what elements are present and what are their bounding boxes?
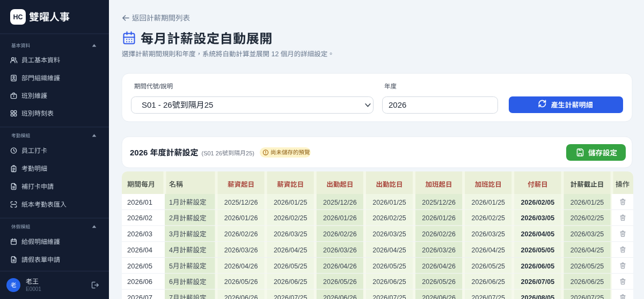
svg-text:2026/03: 2026/03 — [127, 230, 152, 238]
svg-text:2026/04/25: 2026/04/25 — [372, 246, 406, 254]
svg-text:4: 4 — [169, 246, 173, 254]
svg-text:2026/05/25: 2026/05/25 — [274, 263, 308, 270]
svg-text:2026/06/25: 2026/06/25 — [472, 278, 506, 286]
svg-text:2026/03/26: 2026/03/26 — [422, 246, 456, 254]
svg-text:2026/08/05: 2026/08/05 — [521, 294, 555, 299]
svg-text:2026/02/05: 2026/02/05 — [521, 199, 555, 206]
svg-text:2026/03/25: 2026/03/25 — [472, 230, 506, 238]
svg-text:2026/03/25: 2026/03/25 — [274, 230, 308, 238]
svg-text:2026/02/25: 2026/02/25 — [372, 214, 406, 222]
svg-text:2026/05/05: 2026/05/05 — [521, 246, 555, 254]
svg-text:2026/04: 2026/04 — [127, 246, 152, 254]
svg-text:2026/06/25: 2026/06/25 — [570, 278, 604, 286]
svg-text:2026/04/26: 2026/04/26 — [422, 263, 456, 270]
svg-text:2026/02/25: 2026/02/25 — [570, 214, 604, 222]
svg-text:2026/06/26: 2026/06/26 — [323, 294, 357, 299]
svg-text:6: 6 — [169, 278, 173, 286]
svg-text:2026/03/25: 2026/03/25 — [570, 230, 604, 238]
svg-text:2026: 2026 — [389, 100, 406, 109]
svg-text:2026/05/25: 2026/05/25 — [570, 263, 604, 270]
svg-text:2026/01/25: 2026/01/25 — [372, 199, 406, 206]
svg-text:2026/01/26: 2026/01/26 — [224, 214, 258, 222]
svg-text:2026/07: 2026/07 — [127, 294, 152, 299]
svg-text:2026/01: 2026/01 — [127, 198, 152, 206]
svg-text:1: 1 — [169, 199, 173, 206]
svg-text:2026/05: 2026/05 — [127, 262, 152, 270]
svg-text:2026/02/25: 2026/02/25 — [472, 214, 506, 222]
svg-text:2026/01/25: 2026/01/25 — [274, 199, 308, 206]
svg-text:2026/01/25: 2026/01/25 — [570, 199, 604, 206]
svg-text:2026/03/26: 2026/03/26 — [224, 246, 258, 254]
svg-text:E0001: E0001 — [26, 286, 41, 292]
svg-text:2026/04/05: 2026/04/05 — [521, 230, 555, 238]
svg-text:2026/05/26: 2026/05/26 — [422, 278, 456, 286]
svg-text:2026/06/25: 2026/06/25 — [274, 278, 308, 286]
svg-text:2026/03/25: 2026/03/25 — [372, 230, 406, 238]
svg-text:2026/07/05: 2026/07/05 — [521, 278, 555, 286]
svg-text:2026/04/26: 2026/04/26 — [224, 263, 258, 270]
svg-text:2026/03/05: 2026/03/05 — [521, 214, 555, 222]
svg-text:25): 25) — [246, 150, 254, 156]
svg-text:2026/02/26: 2026/02/26 — [422, 230, 456, 238]
svg-text:2026/07/25: 2026/07/25 — [570, 294, 604, 299]
svg-text:2026/05/25: 2026/05/25 — [372, 263, 406, 270]
svg-text:2026: 2026 — [130, 148, 150, 157]
svg-text:2025/12/26: 2025/12/26 — [224, 199, 258, 206]
svg-text:S01 - 26: S01 - 26 — [142, 100, 172, 109]
svg-text:HC: HC — [13, 13, 23, 21]
svg-text:2026/06/25: 2026/06/25 — [372, 278, 406, 286]
svg-text:2026/03/26: 2026/03/26 — [323, 246, 357, 254]
svg-text:2026/06/26: 2026/06/26 — [422, 294, 456, 299]
svg-text:2026/06: 2026/06 — [127, 278, 152, 286]
svg-text:5: 5 — [169, 263, 173, 270]
svg-text:3: 3 — [169, 230, 173, 238]
svg-text:2026/05/25: 2026/05/25 — [472, 263, 506, 270]
svg-text:2026/02/25: 2026/02/25 — [274, 214, 308, 222]
svg-text:2026/01/25: 2026/01/25 — [472, 199, 506, 206]
svg-text:2026/07/25: 2026/07/25 — [274, 294, 308, 299]
svg-text:(S01 26: (S01 26 — [202, 150, 223, 156]
svg-text:2026/05/26: 2026/05/26 — [323, 278, 357, 286]
svg-text:2025/12/26: 2025/12/26 — [422, 199, 456, 206]
svg-text:2: 2 — [169, 214, 173, 222]
svg-text:2026/04/25: 2026/04/25 — [472, 246, 506, 254]
svg-text:2026/04/25: 2026/04/25 — [274, 246, 308, 254]
svg-text:2026/06/05: 2026/06/05 — [521, 263, 555, 270]
svg-text:2026/04/25: 2026/04/25 — [570, 246, 604, 254]
svg-text:2026/05/26: 2026/05/26 — [224, 278, 258, 286]
svg-text:2026/07/25: 2026/07/25 — [472, 294, 506, 299]
svg-text:2026/01/26: 2026/01/26 — [323, 214, 357, 222]
svg-text:2026/01/26: 2026/01/26 — [422, 214, 456, 222]
svg-text:2026/04/26: 2026/04/26 — [323, 263, 357, 270]
svg-text:7: 7 — [169, 294, 173, 299]
svg-text:12: 12 — [269, 50, 281, 58]
svg-text:2026/06/26: 2026/06/26 — [224, 294, 258, 299]
svg-text:25: 25 — [204, 100, 214, 109]
svg-text:2026/07/25: 2026/07/25 — [372, 294, 406, 299]
svg-text:2025/12/26: 2025/12/26 — [323, 199, 357, 206]
svg-text:2026/02/26: 2026/02/26 — [323, 230, 357, 238]
svg-text:2026/02: 2026/02 — [127, 214, 152, 222]
svg-text:2026/02/26: 2026/02/26 — [224, 230, 258, 238]
